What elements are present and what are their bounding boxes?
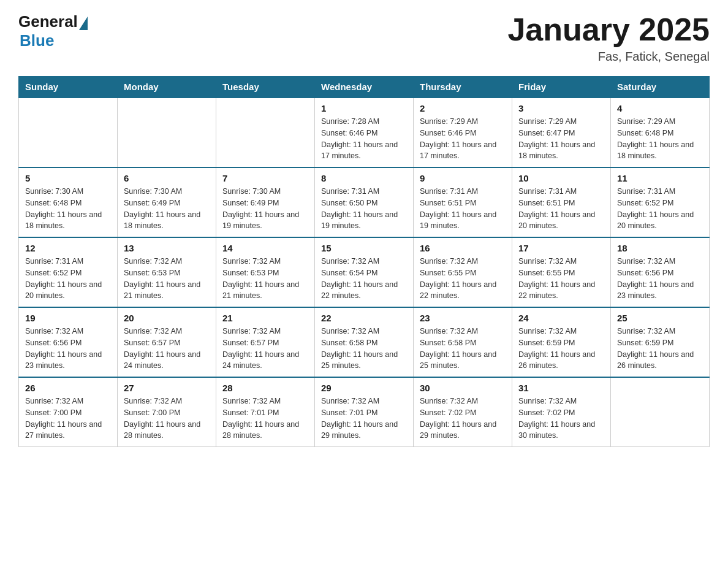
cell-day-number: 4: [617, 103, 703, 113]
calendar-week-row: 1Sunrise: 7:28 AM Sunset: 6:46 PM Daylig…: [19, 98, 710, 167]
cell-info-text: Sunrise: 7:32 AM Sunset: 6:57 PM Dayligh…: [222, 326, 308, 372]
calendar-week-row: 12Sunrise: 7:31 AM Sunset: 6:52 PM Dayli…: [19, 237, 710, 307]
cell-day-number: 22: [321, 313, 407, 323]
calendar-title: January 2025: [507, 12, 710, 47]
cell-info-text: Sunrise: 7:32 AM Sunset: 6:53 PM Dayligh…: [222, 256, 308, 302]
calendar-day-header: Monday: [118, 77, 216, 98]
calendar-table: SundayMondayTuesdayWednesdayThursdayFrid…: [18, 76, 710, 447]
calendar-cell: 5Sunrise: 7:30 AM Sunset: 6:48 PM Daylig…: [19, 167, 118, 237]
cell-day-number: 10: [518, 173, 604, 183]
cell-info-text: Sunrise: 7:32 AM Sunset: 6:59 PM Dayligh…: [617, 326, 703, 372]
calendar-cell: 8Sunrise: 7:31 AM Sunset: 6:50 PM Daylig…: [315, 167, 414, 237]
calendar-cell: 28Sunrise: 7:32 AM Sunset: 7:01 PM Dayli…: [216, 377, 315, 447]
cell-day-number: 3: [518, 103, 604, 113]
cell-info-text: Sunrise: 7:30 AM Sunset: 6:49 PM Dayligh…: [222, 186, 308, 232]
calendar-day-header: Friday: [512, 77, 611, 98]
cell-info-text: Sunrise: 7:32 AM Sunset: 6:58 PM Dayligh…: [321, 326, 407, 372]
cell-day-number: 6: [124, 173, 210, 183]
cell-info-text: Sunrise: 7:31 AM Sunset: 6:52 PM Dayligh…: [25, 256, 111, 302]
calendar-cell: 3Sunrise: 7:29 AM Sunset: 6:47 PM Daylig…: [512, 98, 611, 167]
title-section: January 2025 Fas, Fatick, Senegal: [507, 12, 710, 64]
cell-day-number: 13: [124, 243, 210, 253]
cell-day-number: 8: [321, 173, 407, 183]
calendar-cell: 18Sunrise: 7:32 AM Sunset: 6:56 PM Dayli…: [611, 237, 710, 307]
logo-blue-text: Blue: [20, 31, 54, 50]
calendar-cell: 4Sunrise: 7:29 AM Sunset: 6:48 PM Daylig…: [611, 98, 710, 167]
logo: General Blue: [18, 12, 88, 50]
calendar-week-row: 26Sunrise: 7:32 AM Sunset: 7:00 PM Dayli…: [19, 377, 710, 447]
cell-day-number: 23: [420, 313, 506, 323]
cell-day-number: 11: [617, 173, 703, 183]
calendar-cell: 24Sunrise: 7:32 AM Sunset: 6:59 PM Dayli…: [512, 307, 611, 377]
cell-day-number: 27: [124, 383, 210, 393]
calendar-subtitle: Fas, Fatick, Senegal: [507, 50, 710, 64]
cell-day-number: 24: [518, 313, 604, 323]
calendar-week-row: 19Sunrise: 7:32 AM Sunset: 6:56 PM Dayli…: [19, 307, 710, 377]
calendar-cell: [611, 377, 710, 447]
cell-info-text: Sunrise: 7:32 AM Sunset: 7:02 PM Dayligh…: [420, 396, 506, 442]
logo-triangle-icon: [79, 17, 88, 30]
calendar-cell: 26Sunrise: 7:32 AM Sunset: 7:00 PM Dayli…: [19, 377, 118, 447]
cell-info-text: Sunrise: 7:32 AM Sunset: 7:02 PM Dayligh…: [518, 396, 604, 442]
cell-info-text: Sunrise: 7:29 AM Sunset: 6:46 PM Dayligh…: [420, 116, 506, 162]
calendar-cell: 14Sunrise: 7:32 AM Sunset: 6:53 PM Dayli…: [216, 237, 315, 307]
cell-day-number: 9: [420, 173, 506, 183]
cell-day-number: 25: [617, 313, 703, 323]
calendar-cell: [216, 98, 315, 167]
calendar-header: SundayMondayTuesdayWednesdayThursdayFrid…: [19, 77, 710, 98]
cell-info-text: Sunrise: 7:32 AM Sunset: 6:53 PM Dayligh…: [124, 256, 210, 302]
cell-day-number: 7: [222, 173, 308, 183]
calendar-week-row: 5Sunrise: 7:30 AM Sunset: 6:48 PM Daylig…: [19, 167, 710, 237]
cell-info-text: Sunrise: 7:32 AM Sunset: 6:58 PM Dayligh…: [420, 326, 506, 372]
calendar-cell: 30Sunrise: 7:32 AM Sunset: 7:02 PM Dayli…: [414, 377, 512, 447]
calendar-cell: [118, 98, 216, 167]
logo-general-text: General: [18, 12, 78, 31]
calendar-cell: 19Sunrise: 7:32 AM Sunset: 6:56 PM Dayli…: [19, 307, 118, 377]
calendar-cell: 10Sunrise: 7:31 AM Sunset: 6:51 PM Dayli…: [512, 167, 611, 237]
calendar-day-header: Tuesday: [216, 77, 315, 98]
calendar-day-header: Saturday: [611, 77, 710, 98]
cell-day-number: 28: [222, 383, 308, 393]
cell-day-number: 1: [321, 103, 407, 113]
calendar-cell: 27Sunrise: 7:32 AM Sunset: 7:00 PM Dayli…: [118, 377, 216, 447]
cell-info-text: Sunrise: 7:31 AM Sunset: 6:51 PM Dayligh…: [420, 186, 506, 232]
cell-info-text: Sunrise: 7:32 AM Sunset: 7:01 PM Dayligh…: [222, 396, 308, 442]
cell-info-text: Sunrise: 7:28 AM Sunset: 6:46 PM Dayligh…: [321, 116, 407, 162]
calendar-cell: 6Sunrise: 7:30 AM Sunset: 6:49 PM Daylig…: [118, 167, 216, 237]
cell-day-number: 19: [25, 313, 111, 323]
calendar-cell: 17Sunrise: 7:32 AM Sunset: 6:55 PM Dayli…: [512, 237, 611, 307]
calendar-cell: 15Sunrise: 7:32 AM Sunset: 6:54 PM Dayli…: [315, 237, 414, 307]
cell-info-text: Sunrise: 7:32 AM Sunset: 6:59 PM Dayligh…: [518, 326, 604, 372]
cell-info-text: Sunrise: 7:32 AM Sunset: 6:54 PM Dayligh…: [321, 256, 407, 302]
cell-info-text: Sunrise: 7:32 AM Sunset: 7:00 PM Dayligh…: [25, 396, 111, 442]
calendar-cell: 7Sunrise: 7:30 AM Sunset: 6:49 PM Daylig…: [216, 167, 315, 237]
cell-day-number: 17: [518, 243, 604, 253]
cell-day-number: 16: [420, 243, 506, 253]
calendar-cell: 1Sunrise: 7:28 AM Sunset: 6:46 PM Daylig…: [315, 98, 414, 167]
cell-info-text: Sunrise: 7:30 AM Sunset: 6:48 PM Dayligh…: [25, 186, 111, 232]
cell-day-number: 26: [25, 383, 111, 393]
calendar-cell: 13Sunrise: 7:32 AM Sunset: 6:53 PM Dayli…: [118, 237, 216, 307]
cell-day-number: 14: [222, 243, 308, 253]
page-header: General Blue January 2025 Fas, Fatick, S…: [18, 12, 710, 64]
calendar-cell: 9Sunrise: 7:31 AM Sunset: 6:51 PM Daylig…: [414, 167, 512, 237]
cell-info-text: Sunrise: 7:31 AM Sunset: 6:51 PM Dayligh…: [518, 186, 604, 232]
cell-day-number: 2: [420, 103, 506, 113]
cell-info-text: Sunrise: 7:32 AM Sunset: 6:56 PM Dayligh…: [25, 326, 111, 372]
calendar-cell: 21Sunrise: 7:32 AM Sunset: 6:57 PM Dayli…: [216, 307, 315, 377]
calendar-cell: 22Sunrise: 7:32 AM Sunset: 6:58 PM Dayli…: [315, 307, 414, 377]
cell-day-number: 31: [518, 383, 604, 393]
calendar-cell: 31Sunrise: 7:32 AM Sunset: 7:02 PM Dayli…: [512, 377, 611, 447]
calendar-day-header: Thursday: [414, 77, 512, 98]
calendar-cell: 16Sunrise: 7:32 AM Sunset: 6:55 PM Dayli…: [414, 237, 512, 307]
cell-info-text: Sunrise: 7:29 AM Sunset: 6:47 PM Dayligh…: [518, 116, 604, 162]
cell-info-text: Sunrise: 7:32 AM Sunset: 6:55 PM Dayligh…: [518, 256, 604, 302]
calendar-body: 1Sunrise: 7:28 AM Sunset: 6:46 PM Daylig…: [19, 98, 710, 447]
calendar-cell: 29Sunrise: 7:32 AM Sunset: 7:01 PM Dayli…: [315, 377, 414, 447]
cell-day-number: 30: [420, 383, 506, 393]
cell-info-text: Sunrise: 7:32 AM Sunset: 7:00 PM Dayligh…: [124, 396, 210, 442]
cell-day-number: 12: [25, 243, 111, 253]
cell-day-number: 29: [321, 383, 407, 393]
cell-day-number: 15: [321, 243, 407, 253]
calendar-cell: 11Sunrise: 7:31 AM Sunset: 6:52 PM Dayli…: [611, 167, 710, 237]
